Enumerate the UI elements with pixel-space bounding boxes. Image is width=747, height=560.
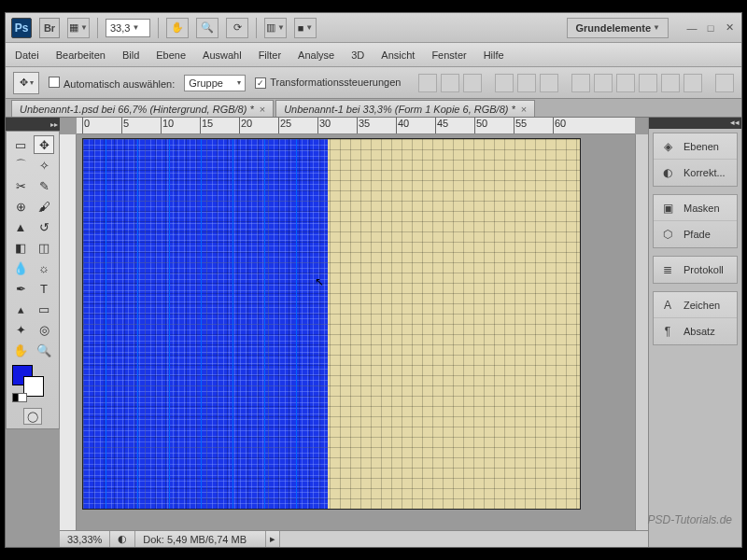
screen-mode-dropdown[interactable]: ■▼ — [294, 18, 317, 38]
menu-ebene[interactable]: Ebene — [156, 49, 186, 61]
maximize-icon[interactable]: □ — [704, 21, 717, 35]
shape-tool-icon[interactable]: ▭ — [34, 300, 54, 318]
character-icon: A — [659, 298, 676, 313]
panel-ebenen[interactable]: ◈Ebenen — [654, 133, 737, 160]
align-bottom-icon[interactable] — [463, 74, 482, 92]
brush-tool-icon[interactable]: 🖌 — [34, 197, 54, 216]
zoom-tool-icon[interactable]: 🔍 — [196, 18, 218, 38]
watermark: PSD-Tutorials.de — [648, 513, 732, 526]
document-tab[interactable]: Unbenannt-1 bei 33,3% (Form 1 Kopie 6, R… — [275, 100, 535, 117]
masks-icon: ▣ — [659, 201, 676, 216]
document-tab[interactable]: Unbenannt-1.psd bei 66,7% (Hintergrund, … — [11, 100, 274, 117]
menu-filter[interactable]: Filter — [259, 49, 281, 61]
align-vcenter-icon[interactable] — [441, 74, 459, 92]
menu-fenster[interactable]: Fenster — [431, 49, 466, 61]
document-canvas[interactable]: ↖ — [82, 138, 581, 510]
3d-camera-tool-icon[interactable]: ◎ — [34, 320, 54, 339]
menu-3d[interactable]: 3D — [351, 49, 364, 61]
panel-masken[interactable]: ▣Masken — [654, 195, 737, 221]
auto-select-checkbox[interactable]: Automatisch auswählen: — [49, 77, 175, 90]
bridge-icon[interactable]: Br — [39, 18, 60, 38]
auto-select-target[interactable]: Gruppe▾ — [184, 75, 246, 91]
rotate-view-icon[interactable]: ⟳ — [226, 18, 248, 38]
hand-tool-icon[interactable]: ✋ — [10, 341, 31, 359]
auto-align-icon[interactable] — [715, 74, 734, 92]
horizontal-ruler[interactable]: 0 5 10 15 20 25 30 35 40 45 50 55 60 — [77, 118, 635, 134]
menu-bar: Datei Bearbeiten Bild Ebene Auswahl Filt… — [6, 43, 741, 67]
zoom-level-input[interactable]: 33,3▼ — [106, 19, 150, 37]
magic-wand-tool-icon[interactable]: ✧ — [34, 156, 54, 175]
lasso-tool-icon[interactable]: ⌒ — [10, 156, 31, 175]
distribute-6-icon[interactable] — [684, 74, 702, 92]
panel-absatz[interactable]: ¶Absatz — [654, 318, 737, 344]
workspace-selector[interactable]: Grundelemente▼ — [567, 18, 669, 38]
panel-protokoll[interactable]: ≣Protokoll — [654, 257, 737, 283]
eyedropper-tool-icon[interactable]: ✎ — [34, 176, 54, 195]
panel-pfade[interactable]: ⬡Pfade — [654, 221, 737, 247]
crop-tool-icon[interactable]: ✂ — [10, 176, 31, 195]
layout-dropdown[interactable]: ▦▼ — [67, 18, 90, 38]
canvas-viewport[interactable]: ↖ — [77, 134, 635, 530]
eraser-tool-icon[interactable]: ◧ — [10, 238, 31, 257]
3d-tool-icon[interactable]: ✦ — [10, 320, 31, 339]
move-tool-icon[interactable]: ✥ — [34, 135, 54, 154]
panel-zeichen[interactable]: AZeichen — [654, 292, 737, 318]
status-docsize[interactable]: Dok: 5,49 MB/6,74 MB — [135, 531, 266, 547]
pen-tool-icon[interactable]: ✒ — [10, 279, 31, 298]
cursor-icon: ↖ — [315, 275, 324, 288]
menu-analyse[interactable]: Analyse — [298, 49, 334, 61]
arrange-dropdown[interactable]: ▥▼ — [264, 18, 287, 38]
status-proof-icon[interactable]: ◐ — [110, 531, 135, 547]
horizontal-scrollbar[interactable] — [279, 531, 648, 547]
align-top-icon[interactable] — [418, 74, 437, 92]
color-swatches[interactable] — [10, 365, 55, 402]
hand-tool-icon[interactable]: ✋ — [166, 18, 189, 38]
distribute-4-icon[interactable] — [639, 74, 657, 92]
current-tool-icon[interactable]: ✥▾ — [13, 72, 39, 94]
distribute-3-icon[interactable] — [616, 74, 635, 92]
paths-icon: ⬡ — [659, 227, 676, 242]
layers-icon: ◈ — [659, 139, 676, 154]
transform-controls-checkbox[interactable]: ✓Transformationssteuerungen — [255, 77, 401, 89]
menu-datei[interactable]: Datei — [15, 49, 39, 61]
photoshop-icon: Ps — [11, 18, 32, 38]
default-colors-icon[interactable] — [18, 393, 27, 402]
type-tool-icon[interactable]: T — [34, 279, 54, 298]
close-icon[interactable]: ✕ — [723, 21, 736, 35]
align-right-icon[interactable] — [540, 74, 558, 92]
menu-ansicht[interactable]: Ansicht — [381, 49, 415, 61]
blur-tool-icon[interactable]: 💧 — [10, 259, 31, 277]
history-icon: ≣ — [659, 262, 676, 277]
status-menu-icon[interactable]: ▸ — [266, 533, 279, 545]
vertical-scrollbar[interactable] — [635, 134, 648, 530]
marquee-tool-icon[interactable]: ▭ — [10, 135, 31, 154]
panel-korrekturen[interactable]: ◐Korrekt... — [654, 160, 737, 186]
menu-hilfe[interactable]: Hilfe — [484, 49, 504, 61]
paragraph-icon: ¶ — [659, 324, 676, 339]
panel-collapse-icon[interactable]: ◂◂ — [649, 118, 741, 129]
path-select-tool-icon[interactable]: ▴ — [10, 300, 31, 318]
adjustments-icon: ◐ — [659, 165, 676, 180]
menu-auswahl[interactable]: Auswahl — [203, 49, 242, 61]
toolbox: ▭ ✥ ⌒ ✧ ✂ ✎ ⊕ 🖌 ▲ ↺ ◧ ◫ 💧 ☼ ✒ T ▴ ▭ ✦ ◎ — [6, 131, 60, 429]
healing-tool-icon[interactable]: ⊕ — [10, 197, 31, 216]
stamp-tool-icon[interactable]: ▲ — [10, 217, 31, 236]
distribute-2-icon[interactable] — [594, 74, 613, 92]
toolbox-header[interactable]: ▸▸ — [6, 118, 60, 131]
menu-bild[interactable]: Bild — [122, 49, 139, 61]
vertical-ruler[interactable] — [60, 134, 77, 530]
tab-close-icon[interactable]: × — [260, 104, 265, 115]
status-zoom[interactable]: 33,33% — [60, 531, 110, 547]
dodge-tool-icon[interactable]: ☼ — [34, 259, 54, 277]
align-left-icon[interactable] — [495, 74, 514, 92]
zoom-tool-icon[interactable]: 🔍 — [34, 341, 54, 359]
minimize-icon[interactable]: — — [685, 21, 698, 35]
menu-bearbeiten[interactable]: Bearbeiten — [56, 49, 106, 61]
align-hcenter-icon[interactable] — [517, 74, 536, 92]
history-brush-tool-icon[interactable]: ↺ — [34, 217, 54, 236]
tab-close-icon[interactable]: × — [521, 104, 527, 115]
distribute-5-icon[interactable] — [661, 74, 680, 92]
gradient-tool-icon[interactable]: ◫ — [34, 238, 54, 257]
quick-mask-icon[interactable]: ◯ — [23, 408, 42, 425]
distribute-1-icon[interactable] — [571, 74, 590, 92]
